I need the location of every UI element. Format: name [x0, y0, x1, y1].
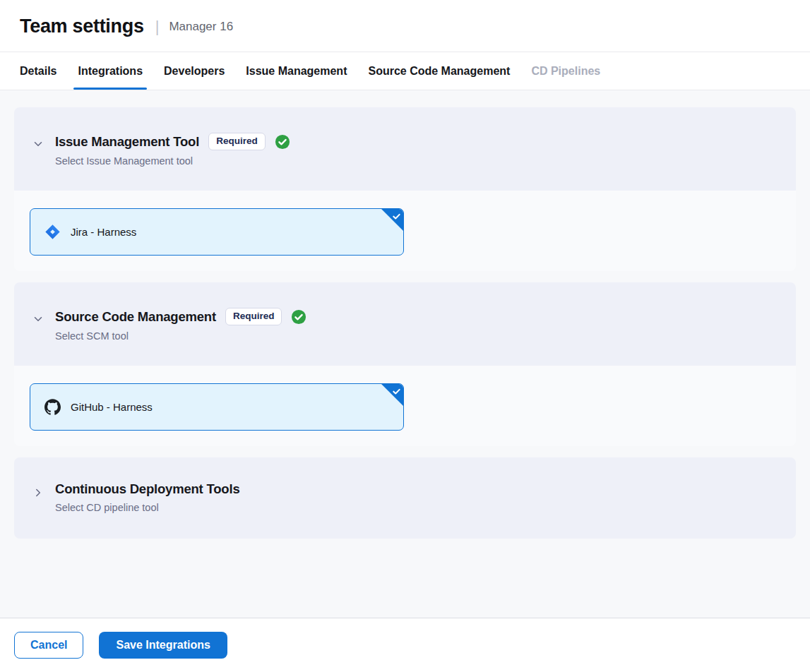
chevron-down-icon — [32, 313, 44, 325]
section-subtitle: Select CD pipeline tool — [55, 502, 239, 513]
section-issue-management-header[interactable]: Issue Management Tool Required Select Is… — [14, 107, 796, 191]
tool-card-jira[interactable]: Jira - Harness — [30, 208, 404, 256]
check-circle-icon — [291, 309, 306, 325]
section-scm-body: GitHub - Harness — [14, 366, 796, 446]
check-circle-icon — [275, 134, 290, 150]
tool-label: GitHub - Harness — [71, 401, 153, 413]
tab-source-code-management[interactable]: Source Code Management — [368, 52, 510, 90]
tab-integrations[interactable]: Integrations — [78, 52, 143, 90]
tab-cd-pipelines: CD Pipelines — [531, 52, 600, 90]
footer-action-bar: Cancel Save Integrations — [0, 618, 810, 672]
integrations-panel: Issue Management Tool Required Select Is… — [0, 90, 810, 618]
section-subtitle: Select SCM tool — [55, 330, 306, 342]
selected-check-icon — [392, 387, 401, 396]
tab-developers[interactable]: Developers — [164, 52, 225, 90]
tab-bar: Details Integrations Developers Issue Ma… — [0, 52, 810, 90]
section-scm-header[interactable]: Source Code Management Required Select S… — [14, 282, 796, 366]
section-subtitle: Select Issue Management tool — [55, 155, 290, 167]
tool-label: Jira - Harness — [71, 226, 136, 238]
github-logo-icon — [44, 399, 61, 415]
section-continuous-deployment: Continuous Deployment Tools Select CD pi… — [14, 457, 796, 539]
page-title: Team settings — [20, 16, 144, 37]
required-badge: Required — [208, 133, 266, 150]
save-integrations-button[interactable]: Save Integrations — [99, 632, 227, 659]
cancel-button[interactable]: Cancel — [14, 632, 83, 659]
required-badge: Required — [225, 308, 282, 325]
selected-check-icon — [392, 212, 401, 221]
title-divider: | — [155, 18, 160, 36]
section-source-code-management: Source Code Management Required Select S… — [14, 282, 796, 446]
section-issue-management-tool: Issue Management Tool Required Select Is… — [14, 107, 796, 271]
page-subtitle: Manager 16 — [169, 20, 233, 34]
chevron-down-icon — [32, 138, 44, 150]
section-title: Source Code Management — [55, 309, 216, 325]
section-cd-header[interactable]: Continuous Deployment Tools Select CD pi… — [14, 457, 796, 539]
section-issue-management-body: Jira - Harness — [14, 191, 796, 271]
section-title: Issue Management Tool — [55, 134, 199, 150]
page-header: Team settings | Manager 16 — [0, 0, 810, 52]
section-title: Continuous Deployment Tools — [55, 481, 239, 497]
tab-details[interactable]: Details — [20, 52, 56, 90]
jira-logo-icon — [44, 224, 61, 240]
tab-issue-management[interactable]: Issue Management — [246, 52, 347, 90]
chevron-right-icon — [32, 487, 44, 498]
tool-card-github[interactable]: GitHub - Harness — [30, 383, 404, 431]
